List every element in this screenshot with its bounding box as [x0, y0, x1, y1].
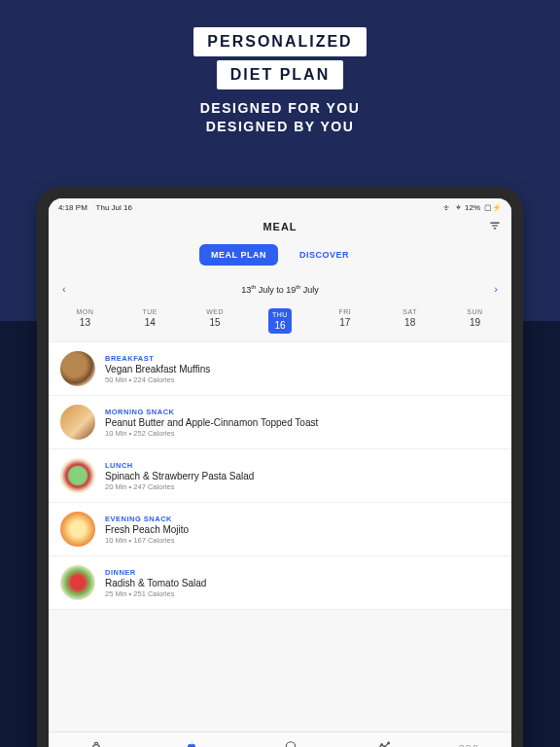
graph-icon: [377, 740, 391, 747]
meal-thumb: [60, 351, 95, 386]
meal-meta: 10 Min • 252 Calories: [105, 429, 318, 438]
meal-thumb: [60, 512, 95, 547]
svg-point-8: [388, 742, 390, 744]
meal-title: Fresh Peach Mojito: [105, 524, 189, 535]
nav-log[interactable]: Log: [371, 738, 397, 747]
meal-meta: 20 Min • 247 Calories: [105, 482, 254, 491]
meal-category: BREAKFAST: [105, 354, 210, 363]
meal-title: Vegan Breakfast Muffins: [105, 364, 210, 374]
hero: PERSONALIZED DIET PLAN DESIGNED FOR YOU …: [0, 0, 560, 150]
kettlebell-icon: [89, 740, 103, 747]
meal-category: EVENING SNACK: [105, 515, 189, 523]
meal-meta: 50 Min • 224 Calories: [105, 375, 210, 384]
chat-icon: [284, 740, 298, 747]
nav-workout[interactable]: Workout: [78, 738, 115, 747]
nav-bar: MEAL: [49, 215, 511, 240]
nav-more[interactable]: ○○○ More: [455, 738, 482, 747]
meal-category: DINNER: [105, 568, 206, 577]
nav-community[interactable]: Community: [267, 738, 313, 747]
day-wed[interactable]: WED15: [196, 308, 233, 334]
prev-week-button[interactable]: ‹: [58, 279, 70, 299]
status-bar: 4:18 PM Thu Jul 16 ᯤ ⌖ 12% ▢⚡: [49, 198, 511, 215]
meal-list[interactable]: BREAKFASTVegan Breakfast Muffins50 Min •…: [49, 342, 511, 731]
more-icon: ○○○: [462, 740, 475, 747]
list-item[interactable]: EVENING SNACKFresh Peach Mojito10 Min • …: [49, 503, 511, 556]
tabs: MEAL PLAN DISCOVER: [49, 240, 511, 275]
hero-pill-1: PERSONALIZED: [193, 27, 366, 56]
day-sat[interactable]: SAT18: [392, 308, 429, 334]
hero-sub-1: DESIGNED FOR YOU: [0, 99, 560, 118]
wifi-icon: ᯤ: [443, 203, 452, 213]
meal-thumb: [60, 458, 95, 493]
hero-pill-2: DIET PLAN: [217, 60, 343, 89]
day-mon[interactable]: MON13: [66, 308, 103, 334]
battery-icon: ▢⚡: [484, 203, 502, 212]
list-item[interactable]: LUNCHSpinach & Strawberry Pasta Salad20 …: [49, 449, 511, 503]
day-tue[interactable]: TUE14: [131, 308, 168, 334]
next-week-button[interactable]: ›: [490, 279, 502, 299]
list-item[interactable]: MORNING SNACKPeanut Butter and Apple-Cin…: [49, 396, 511, 449]
nav-nutrition[interactable]: Nutrition: [173, 738, 210, 747]
device-frame: 4:18 PM Thu Jul 16 ᯤ ⌖ 12% ▢⚡ MEAL MEAL …: [37, 187, 523, 747]
meal-title: Radish & Tomato Salad: [105, 578, 206, 588]
meal-category: MORNING SNACK: [105, 408, 318, 416]
list-item[interactable]: DINNERRadish & Tomato Salad25 Min • 251 …: [49, 556, 511, 610]
meal-thumb: [60, 405, 95, 440]
day-fri[interactable]: FRI17: [327, 308, 364, 334]
status-battery: 12%: [465, 203, 480, 212]
meal-meta: 10 Min • 167 Calories: [105, 536, 189, 545]
svg-point-6: [381, 744, 383, 746]
apple-icon: [185, 740, 198, 747]
meal-title: Spinach & Strawberry Pasta Salad: [105, 471, 254, 481]
list-item[interactable]: BREAKFASTVegan Breakfast Muffins50 Min •…: [49, 342, 511, 396]
day-thu[interactable]: THU16: [262, 308, 298, 334]
page-title: MEAL: [49, 221, 511, 232]
date-range: 13th July to 19th July: [241, 284, 319, 295]
status-time: 4:18 PM: [58, 203, 88, 212]
tab-meal-plan[interactable]: MEAL PLAN: [199, 244, 278, 266]
week-nav: ‹ 13th July to 19th July ›: [49, 275, 511, 304]
day-selector: MON13TUE14WED15THU16FRI17SAT18SUN19: [49, 304, 511, 342]
meal-thumb: [60, 565, 95, 600]
tab-discover[interactable]: DISCOVER: [288, 244, 361, 266]
bottom-nav: Workout Nutrition Community Log: [49, 731, 511, 747]
day-sun[interactable]: SUN19: [456, 308, 493, 334]
meal-title: Peanut Butter and Apple-Cinnamon Topped …: [105, 417, 318, 428]
location-icon: ⌖: [456, 202, 461, 213]
filter-icon[interactable]: [488, 219, 502, 232]
hero-sub-2: DESIGNED BY YOU: [0, 118, 560, 136]
meal-meta: 25 Min • 251 Calories: [105, 589, 206, 598]
status-date: Thu Jul 16: [96, 203, 132, 212]
meal-category: LUNCH: [105, 461, 254, 470]
